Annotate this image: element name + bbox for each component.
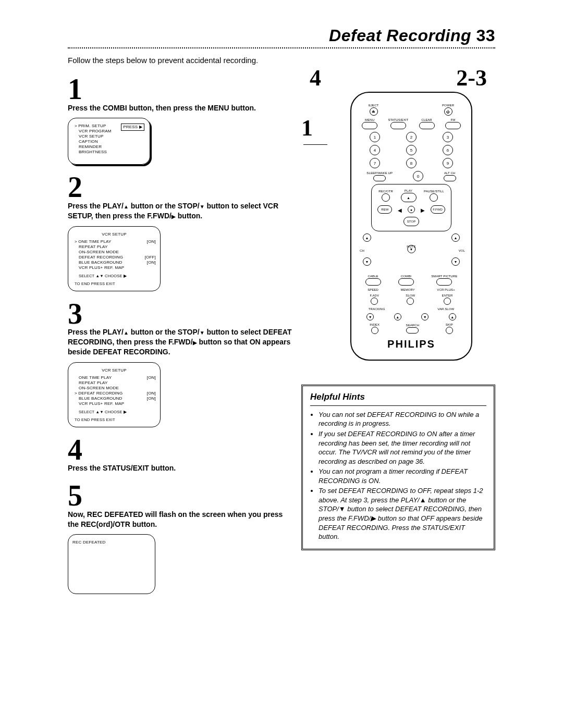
right-triangle-icon xyxy=(172,212,176,220)
pause-button[interactable] xyxy=(430,193,438,202)
altch-label: ALT CH xyxy=(444,171,455,175)
altch-button[interactable] xyxy=(444,175,456,181)
callout-4: 4 xyxy=(310,67,321,90)
v: [ON] xyxy=(147,260,156,265)
fm-button[interactable] xyxy=(445,122,461,129)
screen-foot: TO END PRESS EXIT xyxy=(72,281,156,286)
screen-row: BRIGHTNESS xyxy=(72,150,145,155)
num-2-button[interactable]: 2 xyxy=(406,132,417,142)
rew-button[interactable]: REW xyxy=(377,205,392,214)
varslow-up-button[interactable]: ▲ xyxy=(449,313,456,320)
fadv-label: F.ADV xyxy=(370,294,380,297)
eject-button[interactable]: ⏏ xyxy=(370,107,378,116)
num-9-button[interactable]: 9 xyxy=(443,158,453,168)
r: BLUE BACKGROUND xyxy=(72,396,122,401)
r: ONE TIME PLAY xyxy=(78,239,111,244)
t: Now, REC DEFEATED will flash on the scre… xyxy=(68,510,283,528)
sleep-button[interactable] xyxy=(373,175,386,181)
r: VCR PLUS+ REF. MAP xyxy=(72,265,124,270)
varslow-down-button[interactable]: ▼ xyxy=(421,313,429,320)
combi-button[interactable] xyxy=(398,278,414,286)
step-2-text: Press the PLAY/ button or the STOP/ butt… xyxy=(68,201,292,221)
t: Press the STATUS/EXIT button. xyxy=(68,464,176,472)
enter-button[interactable] xyxy=(444,298,451,305)
screen-foot: SELECT ▲▼ CHOOSE ▶ xyxy=(72,410,156,414)
slow-button[interactable] xyxy=(407,298,414,305)
step-3-text: Press the PLAY/ button or the STOP/ butt… xyxy=(68,327,292,357)
num-0-button[interactable]: 0 xyxy=(413,171,423,181)
tracking-down-button[interactable]: ▼ xyxy=(366,313,374,320)
ch-down-button[interactable]: ▼ xyxy=(363,257,371,266)
vol-label: VOL xyxy=(459,249,465,252)
r: BLUE BACKGROUND xyxy=(72,260,122,265)
page-header: Defeat Recording 33 xyxy=(68,26,495,47)
t: Press the PLAY/ xyxy=(68,202,124,210)
vcrplus-label: VCR PLUS+ xyxy=(437,288,455,291)
step-1-text: Press the COMBI button, then press the M… xyxy=(68,103,292,113)
stop-label: STOP xyxy=(407,220,416,223)
search-button[interactable] xyxy=(406,327,419,334)
status-label: STATUS/EXIT xyxy=(388,118,408,121)
fadv-button[interactable] xyxy=(371,298,378,305)
search-label: SEARCH xyxy=(406,324,420,327)
callout-1: 1 xyxy=(301,117,313,140)
skip-button[interactable] xyxy=(446,327,453,334)
status-exit-button[interactable] xyxy=(390,122,406,129)
step-1-text-bold: Press the COMBI button, then press the M… xyxy=(68,104,256,112)
power-label: POWER xyxy=(442,104,454,107)
slow-label: SLOW xyxy=(406,294,415,297)
steps-column: 1 Press the COMBI button, then press the… xyxy=(68,67,292,596)
step-2-screen: VCR SETUP > ONE TIME PLAY[ON] REPEAT PLA… xyxy=(68,226,161,291)
ch-up-button[interactable]: ▲ xyxy=(363,233,371,242)
r: VCR PLUS+ REF. MAP xyxy=(72,401,124,406)
menu-label: MENU xyxy=(365,118,374,121)
step-5-text: Now, REC DEFEATED will flash on the scre… xyxy=(68,510,292,529)
mute-button[interactable]: ▼ xyxy=(407,245,415,253)
remote-control: EJECT⏏ POWER⏻ MENU STATUS/EXIT CLEAR FM … xyxy=(350,92,472,361)
nav-pad: ▲ CH ▼ ▲ VOL ▼ ▼ MUTE xyxy=(357,233,466,272)
clear-button[interactable] xyxy=(419,122,435,129)
t: Press the PLAY/ xyxy=(68,328,124,336)
num-4-button[interactable]: 4 xyxy=(370,145,380,155)
cable-label: CABLE xyxy=(368,275,378,278)
page-title: Defeat Recording xyxy=(329,26,471,45)
step-5-number: 5 xyxy=(68,484,292,509)
right-triangle-icon xyxy=(193,338,197,346)
tracking-up-button[interactable]: ▲ xyxy=(394,313,401,320)
step-4-number: 4 xyxy=(68,438,292,463)
pause-label: PAUSE/STILL xyxy=(424,190,444,193)
screen-row: VCR SETUP xyxy=(72,134,145,139)
index-button[interactable] xyxy=(371,327,378,334)
vol-up-button[interactable]: ▲ xyxy=(451,233,460,242)
r: ON-SCREEN MODE xyxy=(72,386,119,391)
screen-foot: TO END PRESS EXIT xyxy=(72,417,156,422)
menu-button[interactable] xyxy=(362,122,377,129)
smart-button[interactable] xyxy=(436,278,452,286)
play-button[interactable]: ▲ xyxy=(401,193,417,202)
num-5-button[interactable]: 5 xyxy=(406,145,417,155)
power-button[interactable]: ⏻ xyxy=(444,107,452,116)
rec-button[interactable] xyxy=(382,193,390,202)
right-column: 4 2-3 1 EJECT⏏ POWER⏻ MENU STATUS/EXIT xyxy=(301,67,495,596)
step-4-text: Press the STATUS/EXIT button. xyxy=(68,463,292,473)
callout-2-3: 2-3 xyxy=(456,67,487,90)
up-triangle-icon xyxy=(124,328,129,336)
down-triangle-icon xyxy=(200,328,205,336)
skip-label: SKIP xyxy=(446,323,453,326)
center-dot: ● xyxy=(408,206,415,213)
num-3-button[interactable]: 3 xyxy=(443,132,453,142)
num-6-button[interactable]: 6 xyxy=(443,145,453,155)
cable-button[interactable] xyxy=(365,278,381,286)
smart-label: SMART PICTURE xyxy=(431,275,457,278)
num-8-button[interactable]: 8 xyxy=(406,158,417,168)
ffwd-button[interactable]: F.FWD xyxy=(431,205,445,214)
vol-down-button[interactable]: ▼ xyxy=(451,257,460,266)
t: button. xyxy=(176,212,202,220)
brand-logo: PHILIPS xyxy=(357,338,466,350)
step-3-number: 3 xyxy=(68,302,292,327)
stop-button[interactable]: STOP xyxy=(403,217,419,226)
num-7-button[interactable]: 7 xyxy=(370,158,380,168)
leader-line-icon xyxy=(303,144,327,145)
left-triangle-icon xyxy=(398,205,402,214)
num-1-button[interactable]: 1 xyxy=(370,132,380,142)
